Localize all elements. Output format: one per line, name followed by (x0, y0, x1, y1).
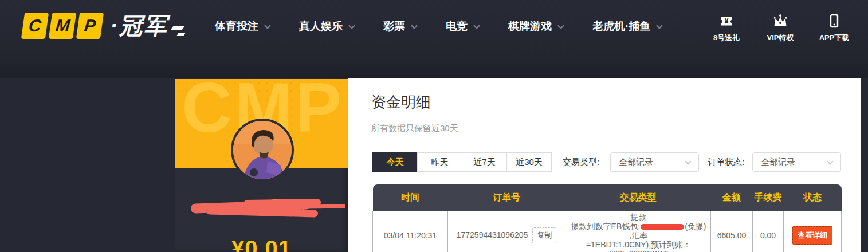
svg-text:¥: ¥ (725, 17, 729, 25)
player-avatar-image (233, 121, 292, 179)
copy-button[interactable]: 复制 (532, 227, 556, 243)
order-status-select[interactable]: 全部记录 (752, 152, 841, 172)
profile-sidebar: CMP VIP1 ¥0.01 (175, 79, 348, 252)
cell-status: 查看详细 (784, 211, 842, 252)
order-number: 1772594431096205 (457, 230, 528, 239)
top-navigation-bar: C M P ·冠军 体育投注 真人娱乐 彩票 电竞 棋牌游戏 老虎机·捕鱼 (0, 0, 868, 78)
type-line1: 提款 (631, 212, 647, 222)
cell-amount: 6605.00 (711, 211, 753, 252)
table-row: 03/04 11:20:31 1772594431096205复制 提款 提款到… (373, 211, 842, 252)
cell-transaction-type: 提款 提款到数字EB钱包:(免提) ,汇率 =1EBDT:1.0CNY),预计到… (565, 211, 711, 252)
page-subtitle: 所有数据只保留近30天 (371, 123, 458, 134)
column-header-order-no: 订单号 (448, 184, 565, 211)
quick-link-label: APP下载 (819, 33, 850, 43)
tab-yesterday[interactable]: 昨天 (417, 152, 462, 172)
view-details-button[interactable]: 查看详细 (792, 226, 832, 245)
nav-item-esports[interactable]: 电竞 (446, 19, 478, 34)
type-line2-prefix: 提款到数字EB钱包: (571, 222, 641, 231)
nav-item-live-casino[interactable]: 真人娱乐 (299, 19, 354, 34)
logo-letter-box: P (76, 13, 104, 39)
vip-privilege-button[interactable]: VIP特权 (764, 14, 797, 43)
redaction-scribble (641, 224, 684, 230)
gift-promo-button[interactable]: ¥ 8号送礼 (710, 14, 743, 43)
nav-item-label: 真人娱乐 (299, 19, 343, 34)
tab-today[interactable]: 今天 (372, 152, 418, 172)
nav-item-label: 彩票 (383, 19, 405, 34)
redaction-scribble (305, 204, 345, 208)
nav-item-label: 老虎机·捕鱼 (592, 19, 650, 34)
fund-details-panel: 资金明细 所有数据只保留近30天 今天 昨天 近7天 近30天 交易类型: 全部… (348, 78, 861, 252)
nav-item-lottery[interactable]: 彩票 (383, 19, 416, 34)
column-header-time: 时间 (373, 184, 448, 211)
transaction-type-label: 交易类型: (563, 157, 599, 168)
column-header-amount: 金额 (711, 184, 753, 211)
order-status-label: 订单状态: (708, 157, 744, 168)
transaction-type-select[interactable]: 全部记录 (610, 152, 699, 172)
transactions-table: 时间 订单号 交易类型 金额 手续费 状态 03/04 11:20:31 177… (372, 184, 842, 252)
phone-icon (827, 14, 841, 29)
nav-item-label: 体育投注 (215, 19, 258, 34)
logo-letter: M (54, 16, 71, 36)
logo-text: ·冠军 (110, 13, 168, 39)
column-header-status: 状态 (784, 184, 842, 211)
chevron-down-icon (411, 22, 418, 29)
main-nav: 体育投注 真人娱乐 彩票 电竞 棋牌游戏 老虎机·捕鱼 (215, 19, 661, 34)
select-value: 全部记录 (761, 157, 828, 168)
chevron-down-icon (557, 22, 565, 29)
site-logo[interactable]: C M P ·冠军 (23, 13, 184, 39)
select-value: 全部记录 (619, 157, 686, 168)
avatar[interactable] (231, 119, 294, 182)
nav-item-sports[interactable]: 体育投注 (215, 19, 269, 34)
logo-speed-dashes-icon (172, 26, 184, 36)
column-header-type: 交易类型 (565, 184, 711, 211)
quick-link-label: 8号送礼 (713, 33, 740, 43)
chevron-down-icon (473, 22, 481, 29)
nav-item-slots-fishing[interactable]: 老虎机·捕鱼 (592, 19, 661, 34)
chevron-down-icon (827, 158, 833, 164)
tab-last-7-days[interactable]: 近7天 (462, 152, 507, 172)
header-quick-links: ¥ 8号送礼 VIP特权 APP下载 (710, 14, 851, 43)
logo-letter-box: M (49, 13, 76, 39)
app-download-button[interactable]: APP下载 (818, 14, 851, 43)
logo-letter: C (28, 16, 42, 36)
account-balance: ¥0.01 (175, 236, 348, 252)
filter-controls: 今天 昨天 近7天 近30天 交易类型: 全部记录 订单状态: 全部记录 (372, 152, 848, 172)
nav-item-label: 棋牌游戏 (508, 19, 552, 34)
gift-ticket-icon: ¥ (719, 14, 734, 29)
page-title: 资金明细 (371, 92, 431, 112)
logo-letter: P (83, 16, 97, 36)
chevron-down-icon (656, 22, 663, 29)
tab-last-30-days[interactable]: 近30天 (506, 152, 552, 172)
cell-order-no: 1772594431096205复制 (448, 211, 565, 252)
type-line3: =1EBDT:1.0CNY),预计到账： 6605.0000EBDT (586, 240, 691, 252)
logo-letter-box: C (21, 13, 49, 39)
date-range-tabs: 今天 昨天 近7天 近30天 (372, 152, 552, 172)
chevron-down-icon (348, 22, 356, 29)
quick-link-label: VIP特权 (767, 33, 794, 43)
cell-time: 03/04 11:20:31 (373, 211, 448, 252)
crown-icon (772, 14, 788, 29)
table-header-row: 时间 订单号 交易类型 金额 手续费 状态 (373, 184, 842, 211)
chevron-down-icon (685, 158, 691, 164)
column-header-fee: 手续费 (753, 184, 784, 211)
cell-fee: 0.00 (753, 211, 784, 252)
username-row: VIP1 (175, 197, 348, 222)
divider (195, 229, 328, 229)
chevron-down-icon (264, 22, 272, 29)
nav-item-board-games[interactable]: 棋牌游戏 (508, 19, 563, 34)
nav-item-label: 电竞 (446, 19, 468, 34)
